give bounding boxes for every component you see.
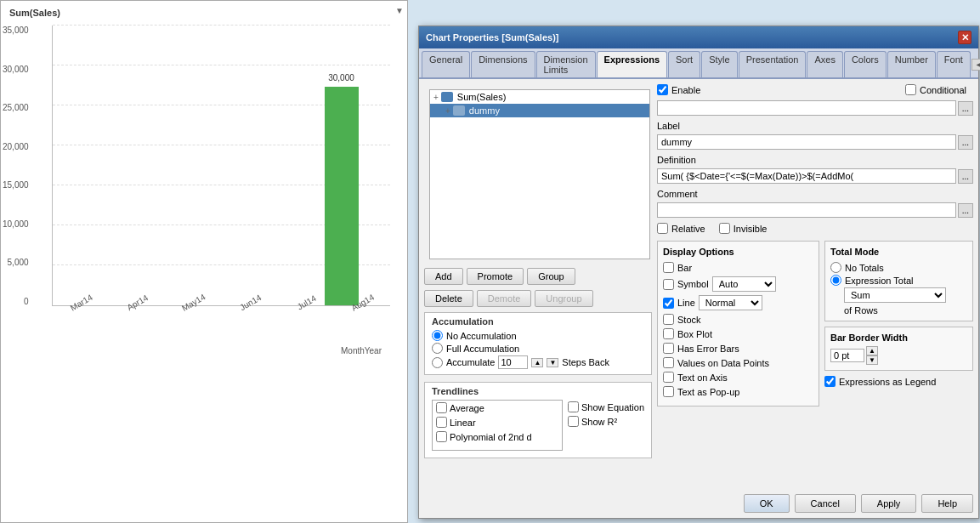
expr-total-row: Expression Total	[830, 275, 967, 286]
values-data-points-checkbox[interactable]	[663, 357, 674, 368]
y-label-10000: 10,000	[3, 219, 29, 229]
conditional-row: Conditional	[905, 84, 966, 95]
definition-ellipsis[interactable]: ...	[958, 169, 973, 184]
tab-axes[interactable]: Axes	[807, 51, 842, 77]
steps-down-button[interactable]: ▼	[547, 358, 558, 367]
x-axis-label: MonthYear	[52, 346, 390, 355]
expr-icon-bar	[441, 92, 453, 102]
trend-linear-label: Linear	[450, 418, 476, 428]
text-on-axis-checkbox[interactable]	[663, 372, 674, 383]
tab-style[interactable]: Style	[701, 51, 737, 77]
text-as-popup-row: Text as Pop-up	[663, 386, 813, 397]
no-totals-radio[interactable]	[830, 262, 841, 273]
bar-aug14: 30,000	[316, 87, 367, 305]
radio-full-acc-input[interactable]	[432, 343, 443, 354]
tab-sort[interactable]: Sort	[668, 51, 700, 77]
trend-linear-check[interactable]	[436, 417, 447, 428]
relative-row: Relative	[657, 223, 705, 234]
y-label-35000: 35,000	[3, 26, 29, 35]
ungroup-button[interactable]: Ungroup	[535, 290, 592, 307]
steps-back-input[interactable]	[498, 355, 528, 369]
tab-presentation[interactable]: Presentation	[739, 51, 807, 77]
symbol-checkbox[interactable]	[663, 279, 674, 290]
expr-total-radio[interactable]	[830, 275, 841, 286]
text-on-axis-label: Text on Axis	[677, 372, 728, 383]
expr-label-dummy: dummy	[469, 105, 500, 116]
text-as-popup-checkbox[interactable]	[663, 386, 674, 397]
box-plot-checkbox[interactable]	[663, 328, 674, 339]
error-bars-checkbox[interactable]	[663, 343, 674, 354]
expr-legend-row: Expressions as Legend	[824, 376, 973, 387]
comment-input[interactable]	[657, 202, 956, 218]
label-input[interactable]	[657, 134, 956, 150]
conditional-checkbox[interactable]	[905, 84, 916, 95]
trend-average[interactable]: Average	[433, 401, 562, 415]
expr-expand-sumsales[interactable]: +	[433, 93, 439, 102]
bar-border-down[interactable]: ▼	[866, 355, 878, 365]
tab-general[interactable]: General	[422, 51, 470, 77]
expr-item-sumsales[interactable]: + Sum(Sales)	[430, 90, 649, 104]
y-label-0: 0	[24, 297, 29, 306]
trend-poly2-check[interactable]	[436, 431, 447, 442]
demote-button[interactable]: Demote	[477, 290, 532, 307]
conditional-ellipsis[interactable]: ...	[958, 101, 973, 116]
show-equation-check[interactable]	[568, 401, 579, 412]
radio-no-acc-input[interactable]	[432, 330, 443, 341]
tab-nav-prev[interactable]: ◄	[972, 59, 980, 71]
line-row: Line Normal	[663, 295, 813, 310]
expr-total-label: Expression Total	[845, 276, 914, 286]
symbol-select[interactable]: Auto	[712, 276, 776, 292]
tab-colors[interactable]: Colors	[844, 51, 887, 77]
expr-item-dummy[interactable]: + dummy	[430, 104, 649, 117]
chart-collapse-button[interactable]: ▼	[395, 6, 404, 15]
tab-number[interactable]: Number	[887, 51, 936, 77]
cancel-button[interactable]: Cancel	[795, 494, 856, 513]
ok-button[interactable]: OK	[744, 494, 790, 513]
box-plot-row: Box Plot	[663, 328, 813, 339]
conditional-input[interactable]	[657, 100, 956, 116]
promote-button[interactable]: Promote	[467, 268, 524, 285]
bar-checkbox[interactable]	[663, 262, 674, 273]
enable-checkbox[interactable]	[657, 84, 668, 95]
trend-average-check[interactable]	[436, 402, 447, 413]
tab-dimension-limits[interactable]: Dimension Limits	[536, 51, 596, 77]
show-equation-row: Show Equation	[568, 401, 644, 412]
chart-title: Sum(Sales)	[1, 1, 407, 21]
line-checkbox[interactable]	[663, 298, 674, 309]
y-label-5000: 5,000	[8, 258, 29, 267]
symbol-label: Symbol	[677, 279, 709, 289]
definition-input[interactable]	[657, 168, 956, 184]
dialog-close-button[interactable]: ✕	[958, 31, 972, 44]
total-select[interactable]: Sum	[844, 287, 946, 303]
tab-font[interactable]: Font	[937, 51, 971, 77]
expr-expand-dummy[interactable]: +	[445, 106, 450, 116]
invisible-checkbox[interactable]	[719, 223, 730, 234]
line-select[interactable]: Normal	[699, 295, 762, 310]
label-ellipsis[interactable]: ...	[958, 135, 973, 150]
bar-border-input[interactable]	[830, 349, 864, 362]
y-label-25000: 25,000	[3, 103, 29, 112]
expr-label-sumsales: Sum(Sales)	[457, 92, 506, 102]
radio-acc-input[interactable]	[432, 357, 443, 368]
text-on-axis-row: Text on Axis	[663, 372, 813, 383]
trend-linear[interactable]: Linear	[433, 415, 562, 429]
accumulation-section: Accumulation No Accumulation Full Accumu…	[424, 312, 652, 375]
group-button[interactable]: Group	[527, 268, 575, 285]
steps-up-button[interactable]: ▲	[531, 358, 543, 367]
add-button[interactable]: Add	[424, 268, 463, 285]
apply-button[interactable]: Apply	[861, 494, 917, 513]
help-button[interactable]: Help	[921, 494, 973, 513]
stock-checkbox[interactable]	[663, 314, 674, 325]
relative-checkbox[interactable]	[657, 223, 668, 234]
show-r2-check[interactable]	[568, 416, 579, 427]
trend-poly2-label: Polynomial of 2nd d	[450, 432, 532, 442]
show-r2-row: Show R²	[568, 416, 644, 427]
trend-poly2[interactable]: Polynomial of 2nd d	[433, 429, 562, 444]
full-acc-label: Full Accumulation	[446, 344, 519, 354]
tab-dimensions[interactable]: Dimensions	[471, 51, 535, 77]
bar-border-up[interactable]: ▲	[866, 346, 878, 355]
delete-button[interactable]: Delete	[424, 290, 473, 307]
expr-legend-checkbox[interactable]	[824, 376, 836, 387]
comment-ellipsis[interactable]: ...	[958, 203, 973, 218]
tab-expressions[interactable]: Expressions	[597, 51, 667, 77]
